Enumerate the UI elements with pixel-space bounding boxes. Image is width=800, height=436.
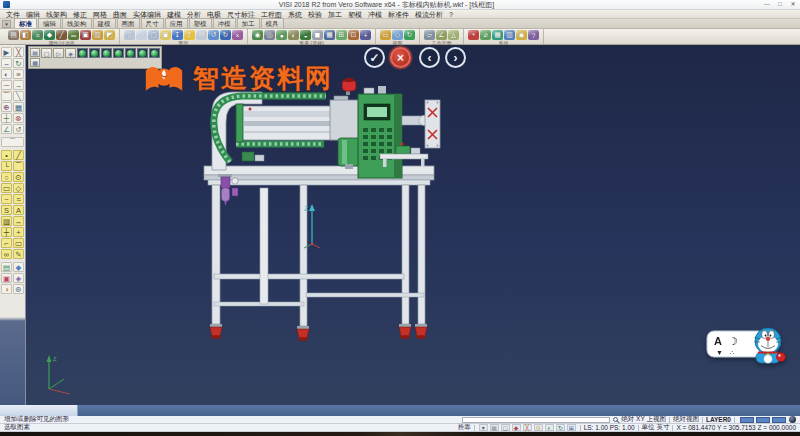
menu-item[interactable]: 校验 — [305, 10, 325, 19]
refresh-icon[interactable]: ↻ — [556, 424, 565, 431]
dynamic-view-icon[interactable]: ▷ — [53, 48, 64, 58]
workplane-xy-icon[interactable]: ▱ — [424, 30, 435, 40]
explode-icon[interactable]: ⊗ — [13, 113, 24, 123]
ellipse-tool-icon[interactable]: ⊙ — [13, 172, 24, 182]
grid-snap-icon[interactable]: ▦ — [490, 424, 499, 431]
settings-icon[interactable]: * — [468, 30, 479, 40]
midpoint-snap-icon[interactable]: ◆ — [512, 424, 521, 431]
top-view-icon[interactable]: ▭ — [380, 30, 391, 40]
invert-visibility-icon[interactable]: ◐ — [288, 30, 299, 40]
tab-标准[interactable]: 标准 — [14, 18, 37, 28]
shaded-mode-icon[interactable]: ◼ — [312, 30, 323, 40]
snapshot-icon[interactable]: ◉ — [516, 30, 527, 40]
right-view-icon[interactable] — [113, 48, 124, 58]
axonometric-view-icon[interactable] — [77, 48, 88, 58]
bottom-view-icon[interactable] — [149, 48, 160, 58]
save-as-icon[interactable]: ▣ — [160, 30, 171, 40]
profile-tool-icon[interactable]: ⌐ — [1, 238, 12, 248]
tab-编辑[interactable]: 编辑 — [38, 18, 61, 28]
minimize-button[interactable]: — — [763, 0, 771, 9]
view-ref-button[interactable]: 绝对视图 — [673, 415, 699, 424]
message-field[interactable] — [462, 417, 610, 423]
menu-item[interactable]: 冲模 — [365, 10, 385, 19]
options-icon[interactable]: ⊛ — [13, 284, 24, 294]
mirror-icon[interactable]: ◐ — [1, 69, 12, 79]
menu-item[interactable]: 模流分析 — [412, 10, 446, 19]
workplane-align-icon[interactable]: ∠ — [436, 30, 447, 40]
tab-尺寸[interactable]: 尺寸 — [141, 18, 164, 28]
top-view-icon[interactable] — [89, 48, 100, 58]
line-width-icon[interactable]: ═ — [68, 30, 79, 40]
tab-画面[interactable]: 画面 — [117, 18, 140, 28]
isolate-icon[interactable]: ◒ — [300, 30, 311, 40]
front-view-icon[interactable] — [101, 48, 112, 58]
zoom-fit-icon[interactable]: ⊞ — [336, 30, 347, 40]
polyline-tool-icon[interactable]: └ — [1, 161, 12, 171]
orbit-ball-icon[interactable] — [789, 416, 796, 423]
offset-curve-icon[interactable]: ≈ — [13, 194, 24, 204]
toolbar-dropdown-button[interactable]: ▾ — [2, 20, 11, 28]
tab-应用[interactable]: 应用 — [165, 18, 188, 28]
circle-tool-icon[interactable]: ○ — [1, 172, 12, 182]
delete-icon[interactable]: × — [232, 30, 243, 40]
show-selected-icon[interactable]: ● — [276, 30, 287, 40]
shaded-view-icon[interactable]: ▢ — [41, 48, 52, 58]
tangent-snap-icon[interactable]: ◐ — [545, 424, 554, 431]
join-icon[interactable]: ┼ — [1, 113, 12, 123]
center-snap-icon[interactable]: ⊙ — [534, 424, 543, 431]
centerline-tool-icon[interactable]: ┼ — [1, 227, 12, 237]
spline-tool-icon[interactable]: ~ — [1, 194, 12, 204]
show-all-icon[interactable]: ◉ — [252, 30, 263, 40]
angle-icon[interactable]: ∠ — [1, 124, 12, 134]
arc-tool-icon[interactable]: ⌒ — [1, 137, 24, 147]
color-filter-icon[interactable]: ◧ — [20, 30, 31, 40]
select-icon[interactable]: ▶ — [1, 47, 12, 57]
new-document-icon[interactable]: ▯ — [124, 30, 135, 40]
menu-item[interactable]: 加工 — [325, 10, 345, 19]
import-icon[interactable]: ↧ — [172, 30, 183, 40]
library-icon[interactable]: ▣ — [1, 273, 12, 283]
undo-tool-icon[interactable]: ↺ — [13, 124, 24, 134]
attributes-icon[interactable]: ▤ — [8, 30, 19, 40]
zoom-all-icon[interactable]: ◈ — [65, 48, 76, 58]
confirm-button[interactable]: ✓ — [364, 47, 385, 68]
selection-filter-icon[interactable]: ▣ — [80, 30, 91, 40]
hide-selected-icon[interactable]: ◎ — [264, 30, 275, 40]
move-icon[interactable]: ↔ — [1, 58, 12, 68]
point-tool-icon[interactable]: • — [1, 150, 12, 160]
measure-icon[interactable]: ⌀ — [480, 30, 491, 40]
menu-item[interactable]: 塑模 — [345, 10, 365, 19]
offset-icon[interactable]: ≡ — [13, 69, 24, 79]
material-icon[interactable]: ◆ — [13, 262, 24, 272]
tab-建模[interactable]: 建模 — [93, 18, 116, 28]
erase-icon[interactable]: ╳ — [13, 47, 24, 57]
layer-filter-icon[interactable]: ≡ — [32, 30, 43, 40]
linetype-icon[interactable]: ╱ — [56, 30, 67, 40]
display-tree-icon[interactable]: ▦ — [30, 58, 40, 67]
maximize-button[interactable]: □ — [776, 0, 784, 9]
group-filter-icon[interactable]: ▥ — [92, 30, 103, 40]
zoom-window-icon[interactable]: ⊡ — [348, 30, 359, 40]
rotate-icon[interactable]: ↻ — [13, 58, 24, 68]
undo-icon[interactable]: ↺ — [208, 30, 219, 40]
left-view-icon[interactable] — [125, 48, 136, 58]
open-document-icon[interactable]: ▱ — [136, 30, 147, 40]
text-tool-icon[interactable]: A — [13, 205, 24, 215]
chain-tool-icon[interactable]: ∞ — [1, 249, 12, 259]
tab-冲模[interactable]: 冲模 — [213, 18, 236, 28]
pan-view-icon[interactable]: + — [360, 30, 371, 40]
layer-button[interactable]: LAYER0 — [706, 416, 731, 423]
rectangle-tool-icon[interactable]: ▭ — [1, 183, 12, 193]
slot-tool-icon[interactable]: ▭ — [13, 238, 24, 248]
render-icon[interactable]: ◑ — [1, 284, 12, 294]
arc-draw-icon[interactable]: ⌒ — [13, 161, 24, 171]
dimension-tool-icon[interactable]: ↔ — [13, 216, 24, 226]
save-document-icon[interactable]: ▢ — [148, 30, 159, 40]
snap-settings-icon[interactable]: ▾ — [479, 424, 488, 431]
magnifier-icon[interactable] — [613, 417, 618, 422]
chamfer-icon[interactable]: ╲ — [13, 91, 24, 101]
tab-模具[interactable]: 模具 — [261, 18, 284, 28]
print-icon[interactable]: ▤ — [196, 30, 207, 40]
fillet-icon[interactable]: ⌒ — [1, 91, 12, 101]
assembly-icon[interactable]: ◈ — [13, 273, 24, 283]
